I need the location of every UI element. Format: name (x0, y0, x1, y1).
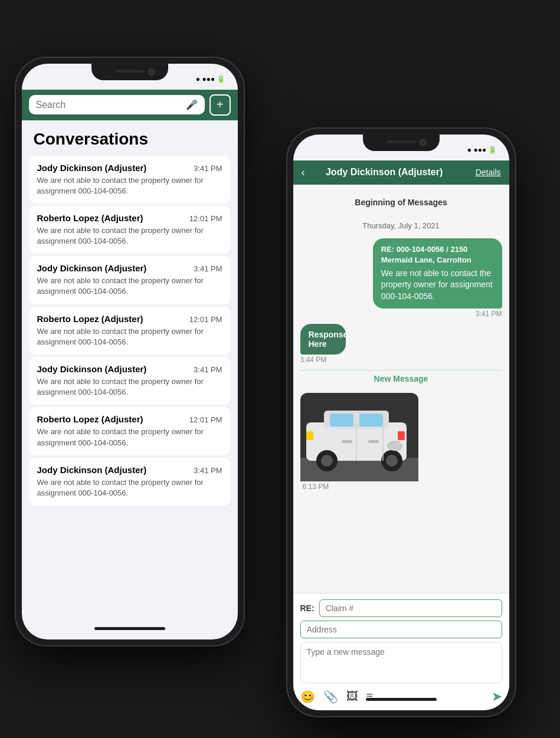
conversation-preview: We are not able to contact the property … (37, 376, 222, 398)
message-time-incoming: 3:44 PM (300, 356, 327, 364)
detail-title: Jody Dickinson (Adjuster) (293, 167, 476, 178)
outgoing-message: RE: 000-104-0056 / 2150 Mermaid Lane, Ca… (340, 238, 502, 318)
camera-2 (420, 139, 427, 146)
compose-area: RE: 😊 📎 🖼 ≡ ➤ (293, 593, 509, 710)
image-icon[interactable]: 🖼 (346, 690, 358, 704)
attach-icon[interactable]: 📎 (323, 690, 338, 704)
conversations-list: Jody Dickinson (Adjuster) 3:41 PM We are… (22, 153, 238, 639)
conversation-name: Jody Dickinson (Adjuster) (37, 163, 147, 173)
list-item[interactable]: Jody Dickinson (Adjuster) 3:41 PM We are… (29, 357, 231, 405)
add-icon: + (217, 98, 224, 111)
conversation-time: 3:41 PM (194, 466, 222, 475)
conversation-name: Jody Dickinson (Adjuster) (37, 263, 147, 273)
message-subject: RE: 000-104-0056 / 2150 Mermaid Lane, Ca… (381, 244, 494, 265)
conversation-preview: We are not able to contact the property … (37, 175, 222, 196)
svg-rect-8 (330, 414, 353, 427)
conversation-preview: We are not able to contact the property … (37, 477, 222, 498)
new-message-label: New Message (300, 370, 502, 387)
list-icon[interactable]: ≡ (366, 690, 374, 704)
car-image (300, 393, 418, 481)
messages-area: Beginning of Messages Thursday, July 1, … (293, 185, 509, 593)
list-item[interactable]: Roberto Lopez (Adjuster) 12:01 PM We are… (29, 307, 231, 355)
conversation-time: 12:01 PM (189, 315, 222, 324)
conversation-time: 3:41 PM (194, 264, 222, 273)
status-icons-2: ● ●●● 🔋 (467, 146, 497, 154)
conversation-preview: We are not able to contact the property … (37, 275, 222, 297)
address-input[interactable] (300, 621, 502, 638)
conversation-preview: We are not able to contact the property … (37, 427, 222, 448)
home-indicator-1 (94, 627, 165, 630)
conversation-name: Roberto Lopez (Adjuster) (37, 213, 143, 223)
emoji-icon[interactable]: 😊 (300, 690, 315, 704)
svg-point-16 (388, 441, 402, 451)
notch-2 (363, 135, 440, 151)
conversation-time: 12:01 PM (189, 214, 222, 223)
list-item[interactable]: Jody Dickinson (Adjuster) 3:41 PM We are… (29, 156, 231, 204)
compose-toolbar: 😊 📎 🖼 ≡ ➤ (300, 685, 502, 704)
search-container[interactable]: 🎤 (29, 95, 205, 114)
camera-1 (148, 68, 155, 76)
mic-icon[interactable]: 🎤 (186, 99, 198, 110)
conversation-time: 12:01 PM (189, 415, 222, 424)
toolbar-icons: 😊 📎 🖼 ≡ (300, 690, 374, 704)
message-time-outgoing: 3:41 PM (476, 310, 502, 318)
list-item[interactable]: Jody Dickinson (Adjuster) 3:41 PM We are… (29, 458, 231, 506)
svg-point-7 (386, 455, 398, 467)
send-button[interactable]: ➤ (492, 689, 502, 704)
image-time: 6:13 PM (300, 483, 418, 491)
conversations-title: Conversations (22, 120, 238, 153)
incoming-text: Response Here (309, 330, 348, 349)
search-input[interactable] (36, 100, 181, 110)
phone-message-detail: ● ●●● 🔋 ‹ Jody Dickinson (Adjuster) Deta… (286, 127, 516, 717)
list-item[interactable]: Jody Dickinson (Adjuster) 3:41 PM We are… (29, 256, 231, 304)
conversation-name: Roberto Lopez (Adjuster) (37, 414, 143, 424)
message-body: We are not able to contact the property … (381, 268, 494, 303)
speaker-1 (115, 70, 145, 73)
svg-rect-12 (368, 440, 379, 443)
claim-input[interactable] (319, 599, 502, 617)
details-link[interactable]: Details (476, 168, 501, 177)
svg-rect-14 (398, 431, 405, 440)
image-message: 6:13 PM (300, 393, 418, 491)
phone-conversations: ● ●●● 🔋 🎤 + Conversations (15, 57, 245, 647)
beginning-of-messages: Beginning of Messages (300, 192, 502, 213)
message-textarea[interactable] (300, 642, 502, 683)
status-icons: ● ●●● 🔋 (196, 75, 226, 83)
svg-point-5 (321, 455, 333, 467)
svg-rect-15 (306, 431, 313, 440)
date-label: Thursday, July 1, 2021 (300, 219, 502, 232)
notch-1 (91, 64, 168, 80)
conversation-name: Roberto Lopez (Adjuster) (37, 314, 143, 324)
detail-header: ‹ Jody Dickinson (Adjuster) Details (293, 160, 509, 185)
add-conversation-button[interactable]: + (209, 94, 231, 116)
list-item[interactable]: Roberto Lopez (Adjuster) 12:01 PM We are… (29, 206, 231, 254)
speaker-2 (387, 140, 416, 143)
home-indicator-2 (366, 698, 437, 701)
conversation-preview: We are not able to contact the property … (37, 225, 222, 247)
conversation-name: Jody Dickinson (Adjuster) (37, 364, 147, 374)
list-item[interactable]: Roberto Lopez (Adjuster) 12:01 PM We are… (29, 407, 231, 455)
svg-rect-9 (359, 414, 383, 427)
conversation-time: 3:41 PM (194, 164, 222, 173)
svg-rect-13 (342, 440, 352, 443)
app-header-1: 🎤 + (22, 90, 238, 120)
incoming-message: Response Here 3:44 PM (300, 324, 377, 364)
re-label: RE: (300, 603, 315, 613)
conversation-time: 3:41 PM (194, 365, 222, 374)
conversation-name: Jody Dickinson (Adjuster) (37, 465, 147, 475)
conversation-preview: We are not able to contact the property … (37, 326, 222, 347)
